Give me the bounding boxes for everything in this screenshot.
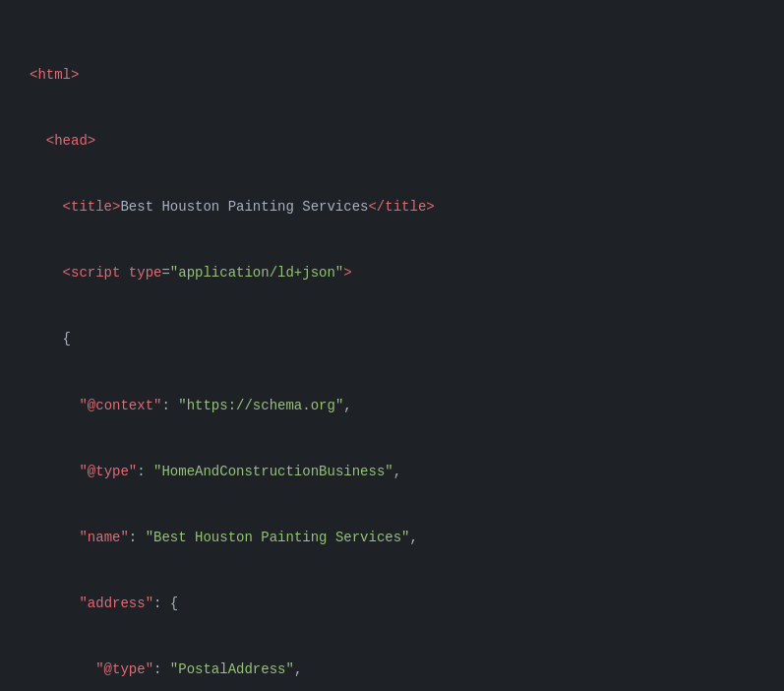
addr-type-value: "PostalAddress" <box>170 661 294 677</box>
line-2: <head> <box>30 130 754 152</box>
name-value: "Best Houston Painting Services" <box>146 530 410 545</box>
type-value: "application/ld+json" <box>170 265 343 281</box>
line-8: "name": "Best Houston Painting Services"… <box>30 527 754 548</box>
address-key: "address" <box>79 596 153 611</box>
type-key: "@type" <box>79 464 137 479</box>
colon1: : <box>161 398 178 413</box>
head-open-tag: <head> <box>46 133 95 149</box>
title-tag: <title> <box>63 199 121 215</box>
title-text: Best Houston Painting Services <box>120 199 368 215</box>
colon3: : <box>129 530 146 545</box>
comma1: , <box>343 398 351 413</box>
type-attr: type <box>129 265 162 281</box>
comma4: , <box>294 661 302 677</box>
code-viewer: <html> <head> <title>Best Houston Painti… <box>30 20 754 691</box>
script-tag-close: > <box>343 265 351 281</box>
comma3: , <box>410 530 418 545</box>
script-tag: <script <box>63 265 129 281</box>
colon2: : <box>137 464 153 479</box>
html-open-tag: <html> <box>30 67 79 83</box>
line-4: <script type="application/ld+json"> <box>30 262 754 283</box>
type-value: "HomeAndConstructionBusiness" <box>153 464 393 479</box>
colon5: : <box>153 661 170 677</box>
colon4: : { <box>153 596 178 611</box>
open-brace: { <box>63 331 71 346</box>
line-6: "@context": "https://schema.org", <box>30 395 754 416</box>
comma2: , <box>393 464 401 479</box>
context-value: "https://schema.org" <box>178 398 343 413</box>
addr-type-key: "@type" <box>95 661 153 677</box>
title-close-tag: </title> <box>368 199 434 215</box>
line-10: "@type": "PostalAddress", <box>30 659 754 680</box>
line-1: <html> <box>30 64 754 86</box>
context-key: "@context" <box>79 398 161 413</box>
equals: = <box>161 265 169 281</box>
line-5: { <box>30 328 754 349</box>
name-key: "name" <box>79 530 128 545</box>
line-3: <title>Best Houston Painting Services</t… <box>30 196 754 218</box>
line-9: "address": { <box>30 593 754 614</box>
line-7: "@type": "HomeAndConstructionBusiness", <box>30 461 754 482</box>
